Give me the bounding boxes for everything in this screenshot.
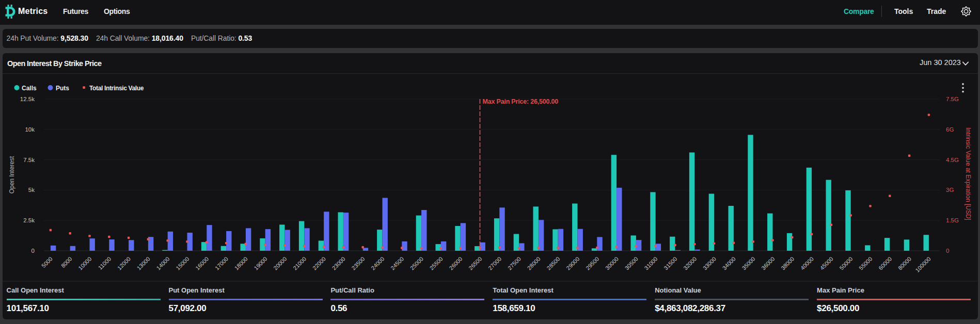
svg-text:29000: 29000	[565, 255, 580, 271]
svg-text:55000: 55000	[858, 255, 873, 271]
svg-text:24500: 24500	[389, 255, 405, 271]
svg-text:18000: 18000	[233, 255, 249, 271]
svg-text:34000: 34000	[721, 255, 737, 271]
svg-text:30500: 30500	[624, 255, 639, 271]
svg-text:15000: 15000	[175, 255, 190, 271]
svg-text:33000: 33000	[702, 255, 717, 271]
svg-text:12.5k: 12.5k	[20, 96, 35, 102]
svg-text:26000: 26000	[448, 255, 463, 271]
svg-text:31000: 31000	[643, 255, 658, 271]
svg-text:2.5k: 2.5k	[23, 217, 35, 223]
svg-text:Puts: Puts	[56, 85, 69, 92]
svg-text:32000: 32000	[682, 255, 698, 271]
svg-text:8000: 8000	[60, 255, 73, 269]
svg-text:12000: 12000	[116, 255, 132, 271]
svg-text:5k: 5k	[28, 187, 35, 193]
svg-text:3G: 3G	[946, 187, 954, 193]
svg-text:19000: 19000	[252, 255, 268, 271]
svg-text:7.5k: 7.5k	[23, 157, 35, 163]
svg-text:Max Pain Price: 26,500.00: Max Pain Price: 26,500.00	[483, 98, 559, 105]
svg-text:0: 0	[31, 248, 35, 254]
svg-text:Intrinsic Value at Expiration: Intrinsic Value at Expiration [USD]	[965, 127, 972, 220]
svg-text:5000: 5000	[40, 255, 54, 269]
svg-text:25500: 25500	[429, 255, 444, 271]
svg-text:35000: 35000	[740, 255, 756, 271]
svg-text:20000: 20000	[272, 255, 288, 271]
svg-text:6G: 6G	[946, 126, 954, 133]
svg-text:23500: 23500	[350, 255, 366, 271]
svg-text:14000: 14000	[155, 255, 170, 271]
svg-text:21000: 21000	[292, 255, 307, 271]
svg-text:80000: 80000	[897, 255, 912, 271]
svg-text:10000: 10000	[77, 255, 92, 271]
svg-text:60000: 60000	[877, 255, 893, 271]
svg-text:1.5G: 1.5G	[946, 217, 959, 223]
svg-text:29500: 29500	[584, 255, 600, 271]
svg-text:25000: 25000	[409, 255, 424, 271]
svg-text:28500: 28500	[545, 255, 561, 271]
svg-text:36000: 36000	[760, 255, 776, 271]
svg-text:31500: 31500	[662, 255, 678, 271]
svg-text:7.5G: 7.5G	[946, 96, 959, 102]
svg-text:22000: 22000	[311, 255, 327, 271]
svg-text:Calls: Calls	[22, 85, 37, 92]
svg-text:27500: 27500	[507, 255, 522, 271]
svg-text:24000: 24000	[370, 255, 385, 271]
svg-text:30000: 30000	[604, 255, 620, 271]
svg-text:26500: 26500	[467, 255, 483, 271]
svg-text:4.5G: 4.5G	[946, 157, 959, 163]
svg-text:13000: 13000	[136, 255, 151, 271]
svg-text:100000: 100000	[914, 255, 931, 273]
svg-text:28000: 28000	[526, 255, 542, 271]
svg-text:40000: 40000	[799, 255, 815, 271]
svg-text:16000: 16000	[194, 255, 210, 271]
svg-text:27000: 27000	[487, 255, 502, 271]
svg-text:50000: 50000	[838, 255, 853, 271]
svg-text:11000: 11000	[97, 255, 113, 271]
svg-text:Open Interest: Open Interest	[8, 156, 15, 193]
svg-text:17000: 17000	[214, 255, 229, 271]
svg-text:Total Intrinsic Value: Total Intrinsic Value	[89, 85, 144, 92]
svg-text:0: 0	[946, 248, 949, 254]
svg-text:38000: 38000	[780, 255, 795, 271]
svg-text:10k: 10k	[25, 126, 35, 133]
svg-text:45000: 45000	[819, 255, 834, 271]
svg-text:23000: 23000	[331, 255, 346, 271]
